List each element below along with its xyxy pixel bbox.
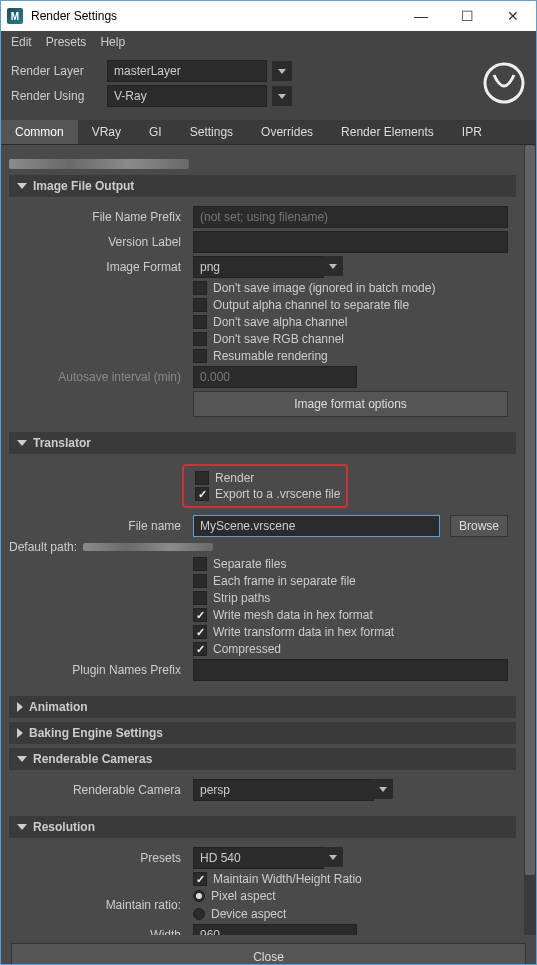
renderable-camera-label: Renderable Camera bbox=[17, 783, 187, 797]
maximize-button[interactable]: ☐ bbox=[444, 1, 490, 31]
render-layer-label: Render Layer bbox=[11, 64, 101, 78]
autosave-input bbox=[193, 366, 357, 388]
scrollbar-thumb[interactable] bbox=[525, 145, 535, 875]
maintain-ratio-checkbox[interactable] bbox=[193, 872, 207, 886]
chevron-down-icon bbox=[17, 183, 27, 189]
presets-label: Presets bbox=[17, 851, 187, 865]
strip-paths-checkbox[interactable] bbox=[193, 591, 207, 605]
no-rgb-checkbox[interactable] bbox=[193, 332, 207, 346]
no-alpha-checkbox[interactable] bbox=[193, 315, 207, 329]
file-name-prefix-label: File Name Prefix bbox=[17, 210, 187, 224]
renderable-camera-dropdown[interactable]: persp bbox=[193, 779, 374, 801]
close-button[interactable]: Close bbox=[11, 943, 526, 965]
resolution-presets-dropdown-arrow[interactable] bbox=[323, 847, 343, 867]
render-layer-dropdown[interactable]: masterLayer bbox=[107, 60, 267, 82]
section-resolution[interactable]: Resolution bbox=[9, 816, 516, 838]
scrollbar-track[interactable] bbox=[524, 145, 536, 935]
maintain-ratio-label: Maintain ratio: bbox=[17, 898, 187, 912]
image-format-options-button[interactable]: Image format options bbox=[193, 391, 508, 417]
menu-presets[interactable]: Presets bbox=[46, 35, 87, 49]
chevron-right-icon bbox=[17, 702, 23, 712]
tab-settings[interactable]: Settings bbox=[176, 120, 247, 144]
app-logo-icon: M bbox=[7, 8, 23, 24]
render-using-dropdown[interactable]: V-Ray bbox=[107, 85, 267, 107]
autosave-label: Autosave interval (min) bbox=[17, 370, 187, 384]
pixel-aspect-radio[interactable] bbox=[193, 890, 205, 902]
menu-bar: Edit Presets Help bbox=[1, 31, 536, 53]
plugin-prefix-input[interactable] bbox=[193, 659, 508, 681]
browse-button[interactable]: Browse bbox=[450, 515, 508, 537]
default-path-label: Default path: bbox=[9, 540, 77, 554]
section-translator[interactable]: Translator bbox=[9, 432, 516, 454]
file-name-prefix-input[interactable] bbox=[193, 206, 508, 228]
tab-common[interactable]: Common bbox=[1, 120, 78, 144]
tab-vray[interactable]: VRay bbox=[78, 120, 135, 144]
highlighted-area: Render Export to a .vrscene file bbox=[182, 464, 348, 508]
minimize-button[interactable]: — bbox=[398, 1, 444, 31]
redacted-text bbox=[9, 159, 189, 169]
version-label-input[interactable] bbox=[193, 231, 508, 253]
image-format-dropdown[interactable]: png bbox=[193, 256, 324, 278]
section-animation[interactable]: Animation bbox=[9, 696, 516, 718]
section-image-file-output[interactable]: Image File Output bbox=[9, 175, 516, 197]
render-using-label: Render Using bbox=[11, 89, 101, 103]
device-aspect-radio[interactable] bbox=[193, 908, 205, 920]
chevron-down-icon bbox=[17, 756, 27, 762]
tab-overrides[interactable]: Overrides bbox=[247, 120, 327, 144]
file-name-label: File name bbox=[17, 519, 187, 533]
mesh-hex-checkbox[interactable] bbox=[193, 608, 207, 622]
renderable-camera-dropdown-arrow[interactable] bbox=[373, 779, 393, 799]
chevron-down-icon bbox=[17, 440, 27, 446]
menu-edit[interactable]: Edit bbox=[11, 35, 32, 49]
section-renderable-cameras[interactable]: Renderable Cameras bbox=[9, 748, 516, 770]
alpha-separate-checkbox[interactable] bbox=[193, 298, 207, 312]
window-title: Render Settings bbox=[31, 9, 398, 23]
dont-save-image-checkbox[interactable] bbox=[193, 281, 207, 295]
chevron-right-icon bbox=[17, 728, 23, 738]
header-area: Render Layer masterLayer Render Using V-… bbox=[1, 53, 536, 120]
version-label-label: Version Label bbox=[17, 235, 187, 249]
tab-gi[interactable]: GI bbox=[135, 120, 176, 144]
resolution-presets-dropdown[interactable]: HD 540 bbox=[193, 847, 324, 869]
section-baking[interactable]: Baking Engine Settings bbox=[9, 722, 516, 744]
separate-files-checkbox[interactable] bbox=[193, 557, 207, 571]
plugin-prefix-label: Plugin Names Prefix bbox=[17, 663, 187, 677]
vray-logo-icon bbox=[482, 61, 526, 105]
tab-strip: Common VRay GI Settings Overrides Render… bbox=[1, 120, 536, 145]
tab-render-elements[interactable]: Render Elements bbox=[327, 120, 448, 144]
chevron-down-icon bbox=[17, 824, 27, 830]
width-label: Width bbox=[17, 928, 187, 935]
settings-panel: Image File Output File Name Prefix Versi… bbox=[1, 145, 524, 935]
menu-help[interactable]: Help bbox=[100, 35, 125, 49]
render-using-dropdown-arrow[interactable] bbox=[272, 86, 292, 106]
svg-point-0 bbox=[485, 64, 523, 102]
export-vrscene-checkbox[interactable] bbox=[195, 487, 209, 501]
width-input[interactable] bbox=[193, 924, 357, 935]
file-name-input[interactable] bbox=[193, 515, 440, 537]
image-format-label: Image Format bbox=[17, 260, 187, 274]
close-window-button[interactable]: ✕ bbox=[490, 1, 536, 31]
title-bar: M Render Settings — ☐ ✕ bbox=[1, 1, 536, 31]
image-format-dropdown-arrow[interactable] bbox=[323, 256, 343, 276]
render-checkbox[interactable] bbox=[195, 471, 209, 485]
resumable-checkbox[interactable] bbox=[193, 349, 207, 363]
tab-ipr[interactable]: IPR bbox=[448, 120, 496, 144]
render-layer-dropdown-arrow[interactable] bbox=[272, 61, 292, 81]
each-frame-checkbox[interactable] bbox=[193, 574, 207, 588]
transform-hex-checkbox[interactable] bbox=[193, 625, 207, 639]
compressed-checkbox[interactable] bbox=[193, 642, 207, 656]
redacted-path bbox=[83, 543, 213, 551]
